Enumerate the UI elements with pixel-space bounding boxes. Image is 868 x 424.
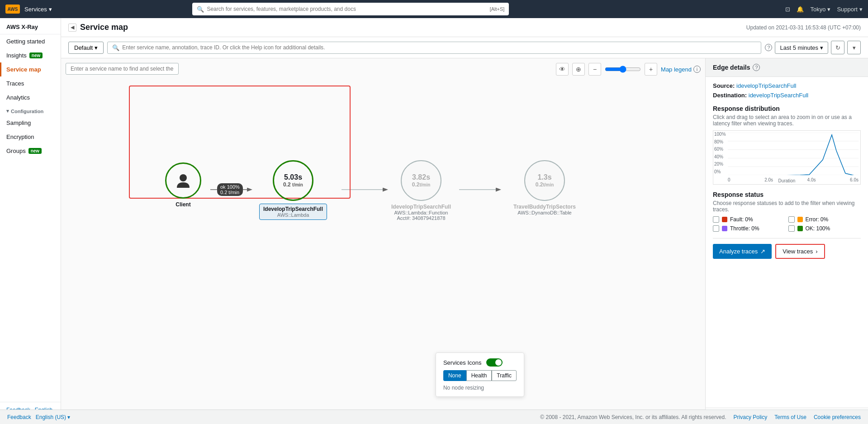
zoom-range-input[interactable] (605, 66, 641, 73)
ok-checkbox[interactable] (788, 225, 795, 232)
services-icons-label: Services Icons (443, 359, 482, 366)
view-mode-group: None Health Traffic (443, 370, 517, 381)
default-group-button[interactable]: Default ▾ (68, 42, 104, 54)
map-view-icon[interactable]: 👁 (556, 63, 569, 76)
fault-checkbox[interactable] (713, 216, 719, 223)
bottom-language-selector[interactable]: English (US) ▾ (36, 414, 71, 420)
analyze-traces-button[interactable]: Analyze traces ↗ (713, 244, 772, 259)
help-icon[interactable]: ? (765, 44, 772, 51)
cookie-preferences-link[interactable]: Cookie preferences (814, 414, 861, 420)
map-legend-button[interactable]: Map legend i (661, 66, 701, 73)
right-panel-body: Source: idevelopTripSearchFull Destinati… (706, 77, 868, 408)
lambda2-stats: 3.82s 0.2t/min (412, 173, 431, 188)
client-node-label: Client (175, 201, 190, 208)
sidebar-item-encryption[interactable]: Encryption (0, 130, 61, 144)
top-navigation: AWS Services ▾ 🔍 [Alt+S] ⊡ 🔔 Tokyo ▾ Sup… (0, 0, 868, 18)
none-tab[interactable]: None (443, 370, 466, 381)
sampling-label: Sampling (6, 119, 31, 126)
insights-label: Insights (6, 52, 27, 59)
source-value[interactable]: idevelopTripSearchFull (736, 82, 796, 89)
collapse-icon: ▾ (6, 108, 9, 114)
terms-of-use-link[interactable]: Terms of Use (774, 414, 806, 420)
sidebar-item-analytics[interactable]: Analytics (0, 91, 61, 105)
lambda2-node-circle: 3.82s 0.2t/min (401, 160, 441, 201)
lambda1-node[interactable]: 5.03s 0.2 t/min IdevelopTripSearchFull A… (259, 160, 327, 220)
configuration-section[interactable]: ▾ Configuration (0, 105, 61, 116)
node-search-input[interactable] (66, 63, 179, 75)
response-distribution-chart[interactable]: 100% 80% 60% 40% 20% 0% (713, 130, 861, 185)
services-menu-button[interactable]: Services ▾ (24, 6, 52, 13)
services-icons-row: Services Icons (443, 358, 517, 367)
copyright-text: © 2008 - 2021, Amazon Web Services, Inc.… (540, 414, 726, 420)
filter-search-icon: 🔍 (112, 44, 119, 51)
sidebar-item-getting-started[interactable]: Getting started (0, 34, 61, 48)
status-grid: Fault: 0% Error: 0% Throttle: 0% (713, 216, 861, 232)
chart-svg (728, 133, 859, 175)
zoom-out-icon[interactable]: − (588, 63, 601, 76)
settings-button[interactable]: ▾ (847, 41, 861, 54)
zoom-in-icon[interactable]: + (645, 63, 657, 76)
filter-search-bar[interactable]: 🔍 (107, 42, 761, 54)
sidebar-item-traces[interactable]: Traces (0, 76, 61, 91)
client-node-circle (165, 162, 201, 199)
bottom-feedback-link[interactable]: Feedback (7, 414, 31, 420)
traffic-tab[interactable]: Traffic (492, 370, 517, 381)
sidebar-item-insights[interactable]: Insights new (0, 48, 61, 62)
insights-new-badge: new (29, 52, 43, 58)
source-row: Source: idevelopTripSearchFull (713, 82, 861, 89)
map-canvas[interactable]: 👁 ⊕ − + Map legend i (61, 58, 705, 424)
ok-label: OK: 100% (806, 225, 830, 232)
dynamodb-node[interactable]: 1.3s 0.2t/min TravelBuddyTripSectors AWS… (513, 160, 576, 215)
lambda2-node[interactable]: 3.82s 0.2t/min IdevelopTripSearchFull AW… (391, 160, 451, 221)
services-chevron-icon: ▾ (49, 6, 52, 13)
support-menu-button[interactable]: Support ▾ (837, 6, 863, 13)
bell-icon[interactable]: 🔔 (797, 6, 804, 13)
terminal-icon[interactable]: ⊡ (785, 6, 790, 13)
toolbar-right: ? Last 5 minutes ▾ ↻ ▾ (765, 41, 861, 54)
action-buttons: Analyze traces ↗ View traces › (713, 238, 861, 264)
refresh-button[interactable]: ↻ (831, 41, 844, 54)
analytics-label: Analytics (6, 94, 30, 101)
fault-label: Fault: 0% (730, 216, 753, 223)
no-node-resizing-note: No node resizing (443, 385, 517, 391)
error-checkbox[interactable] (788, 216, 795, 223)
sidebar-collapse-button[interactable]: ◀ (68, 24, 76, 32)
analyze-icon: ↗ (760, 248, 765, 255)
sidebar-item-groups[interactable]: Groups new (0, 144, 61, 158)
sidebar: AWS X-Ray Getting started Insights new S… (0, 18, 61, 424)
global-search-bar[interactable]: 🔍 [Alt+S] (192, 3, 509, 15)
edge-details-help-icon[interactable]: ? (753, 64, 760, 71)
time-selector[interactable]: Last 5 minutes ▾ (775, 42, 828, 54)
client-node[interactable]: Client (165, 162, 201, 208)
zoom-slider (605, 66, 641, 73)
response-distribution-desc: Click and drag to select an area to zoom… (713, 114, 861, 127)
global-search-input[interactable] (207, 6, 487, 12)
health-tab[interactable]: Health (466, 370, 492, 381)
page-updated: Updated on 2021-03-31 16:53:48 (UTC +07:… (746, 24, 861, 31)
response-distribution-title: Response distribution (713, 105, 861, 112)
nav-right: ⊡ 🔔 Tokyo ▾ Support ▾ (785, 6, 863, 13)
services-icons-toggle[interactable] (486, 358, 503, 367)
sidebar-item-sampling[interactable]: Sampling (0, 116, 61, 130)
time-chevron-icon: ▾ (820, 44, 823, 51)
privacy-policy-link[interactable]: Privacy Policy (734, 414, 768, 420)
region-selector[interactable]: Tokyo ▾ (810, 6, 830, 13)
getting-started-label: Getting started (6, 38, 45, 45)
view-traces-button[interactable]: View traces › (775, 244, 825, 259)
service-map-label: Service map (6, 66, 41, 73)
filter-search-input[interactable] (122, 44, 756, 51)
groups-label: Groups (6, 148, 26, 154)
map-legend-info-icon[interactable]: i (693, 66, 701, 73)
destination-value[interactable]: idevelopTripSearchFull (749, 92, 808, 99)
support-chevron-icon: ▾ (859, 6, 863, 13)
lambda1-node-label: IdevelopTripSearchFull AWS::Lambda (259, 204, 327, 220)
sidebar-item-service-map[interactable]: Service map (0, 62, 61, 76)
main-content: ◀ Service map Updated on 2021-03-31 16:5… (61, 18, 868, 424)
right-panel: Edge details ? Source: idevelopTripSearc… (705, 58, 868, 424)
main-layout: AWS X-Ray Getting started Insights new S… (0, 18, 868, 424)
map-target-icon[interactable]: ⊕ (572, 63, 585, 76)
traces-label: Traces (6, 80, 24, 87)
throttle-label: Throttle: 0% (730, 225, 759, 232)
throttle-checkbox[interactable] (713, 225, 719, 232)
dynamodb-stats: 1.3s 0.2t/min (536, 173, 554, 188)
